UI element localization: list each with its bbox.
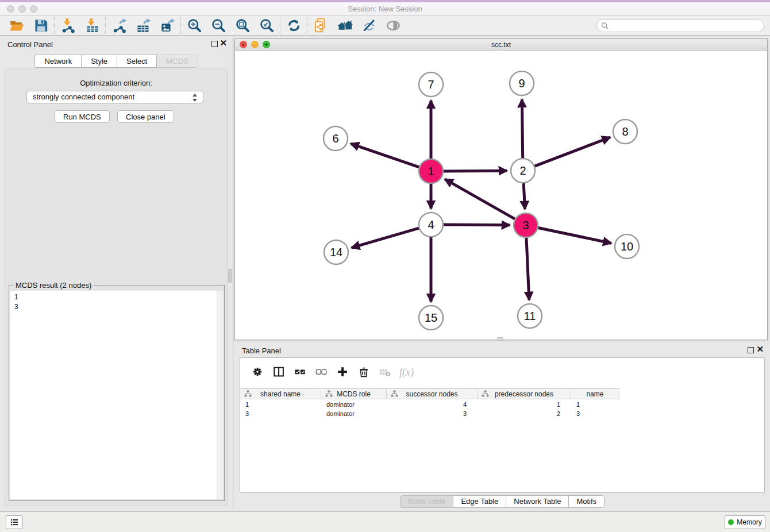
float-panel-icon[interactable] bbox=[211, 41, 218, 47]
toolbar-group bbox=[5, 16, 53, 34]
tab-edge-table[interactable]: Edge Table bbox=[453, 495, 506, 508]
open-session-icon[interactable] bbox=[5, 16, 29, 34]
graph-node-4[interactable]: 4 bbox=[419, 213, 443, 237]
search-field[interactable] bbox=[596, 19, 764, 32]
tab-node-table[interactable]: Node Table bbox=[400, 495, 454, 508]
select-all-icon[interactable] bbox=[290, 364, 311, 381]
graph-node-11[interactable]: 11 bbox=[518, 304, 542, 328]
tab-select[interactable]: Select bbox=[117, 55, 157, 68]
save-session-icon[interactable] bbox=[29, 16, 53, 34]
mcds-result-box[interactable]: 1 3 bbox=[10, 291, 223, 499]
graph-node-7[interactable]: 7 bbox=[419, 72, 443, 97]
panel-splitter-grip[interactable] bbox=[228, 269, 232, 283]
zoom-out-icon[interactable] bbox=[206, 16, 230, 34]
refresh-network-icon[interactable] bbox=[282, 16, 306, 34]
cell-predecessor-nodes[interactable]: 1 bbox=[478, 400, 571, 409]
graph-node-9[interactable]: 9 bbox=[510, 71, 534, 95]
add-row-icon[interactable] bbox=[332, 364, 353, 381]
columns-icon[interactable] bbox=[268, 364, 290, 381]
hide-selected-icon[interactable] bbox=[357, 16, 381, 34]
tab-network[interactable]: Network bbox=[34, 55, 82, 68]
column-header-name[interactable]: name bbox=[571, 389, 619, 399]
cell-shared-name[interactable]: 1 bbox=[240, 400, 321, 409]
cell-shared-name[interactable]: 3 bbox=[240, 409, 321, 418]
graph-edge-3-11[interactable] bbox=[526, 238, 529, 300]
tab-style[interactable]: Style bbox=[82, 55, 117, 68]
zoom-selected-icon[interactable] bbox=[255, 16, 279, 34]
close-panel-icon[interactable]: ✕ bbox=[220, 38, 227, 48]
graph-edge-4-3[interactable] bbox=[444, 225, 510, 225]
zoom-fit-icon[interactable] bbox=[230, 16, 255, 34]
cell-MCDS-role[interactable]: dominator bbox=[321, 400, 387, 409]
svg-text:14: 14 bbox=[330, 246, 342, 259]
settings-icon[interactable] bbox=[247, 364, 268, 381]
search-icon bbox=[601, 22, 609, 29]
cell-successor-nodes[interactable]: 4 bbox=[387, 400, 478, 409]
cell-name[interactable]: 3 bbox=[571, 409, 619, 418]
column-header-predecessor-nodes[interactable]: predecessor nodes bbox=[478, 389, 571, 399]
graph-edge-1-2[interactable] bbox=[444, 171, 507, 171]
search-input[interactable] bbox=[609, 20, 764, 31]
export-image-icon[interactable] bbox=[155, 16, 179, 34]
graph-edge-2-8[interactable] bbox=[535, 137, 610, 166]
graph-node-15[interactable]: 15 bbox=[419, 306, 443, 330]
graph-edge-2-9[interactable] bbox=[522, 99, 522, 158]
toggle-visibility-icon[interactable] bbox=[381, 16, 405, 34]
graph-node-10[interactable]: 10 bbox=[615, 234, 639, 259]
network-graph-canvas[interactable]: 1234678910111415 bbox=[235, 51, 767, 340]
cell-predecessor-nodes[interactable]: 2 bbox=[478, 409, 571, 418]
criterion-select[interactable]: strongly connected component bbox=[26, 91, 203, 103]
export-network-icon[interactable] bbox=[107, 16, 131, 34]
graph-node-1[interactable]: 1 bbox=[419, 159, 443, 183]
clone-network-icon[interactable] bbox=[309, 16, 333, 34]
control-panel-header: Control Panel ✕ bbox=[0, 36, 233, 53]
delete-row-icon[interactable] bbox=[353, 364, 375, 381]
import-table-icon[interactable] bbox=[80, 16, 104, 34]
tab-network-table[interactable]: Network Table bbox=[506, 495, 569, 508]
close-panel-button[interactable]: Close panel bbox=[117, 110, 174, 123]
tab-motifs[interactable]: Motifs bbox=[569, 495, 605, 508]
tab-mcds[interactable]: MCDS bbox=[157, 55, 198, 68]
cell-MCDS-role[interactable]: dominator bbox=[321, 409, 387, 418]
graph-edge-1-6[interactable] bbox=[351, 144, 419, 167]
graph-node-14[interactable]: 14 bbox=[324, 240, 348, 264]
fx-icon: f(x) bbox=[396, 364, 417, 381]
task-list-icon bbox=[9, 517, 20, 527]
home-view-icon[interactable] bbox=[333, 16, 357, 34]
graph-edge-4-14[interactable] bbox=[352, 228, 419, 248]
run-mcds-button[interactable]: Run MCDS bbox=[55, 110, 110, 123]
column-header-shared-name[interactable]: shared name bbox=[240, 389, 321, 399]
column-header-MCDS-role[interactable]: MCDS role bbox=[321, 389, 387, 399]
export-table-icon[interactable] bbox=[131, 16, 155, 34]
task-history-button[interactable] bbox=[6, 515, 23, 529]
graph-node-6[interactable]: 6 bbox=[324, 126, 348, 151]
view-splitter-grip[interactable] bbox=[497, 337, 503, 341]
graph-edge-2-3[interactable] bbox=[523, 183, 525, 209]
graph-node-3[interactable]: 3 bbox=[514, 213, 538, 237]
control-panel-title: Control Panel bbox=[7, 40, 53, 49]
close-table-panel-icon[interactable]: ✕ bbox=[756, 344, 764, 354]
table-row[interactable]: 3dominator323 bbox=[240, 409, 619, 418]
column-label: predecessor nodes bbox=[495, 390, 553, 398]
table-toolbar: f(x) bbox=[247, 363, 417, 382]
memory-button[interactable]: Memory bbox=[725, 515, 765, 529]
table-row[interactable]: 1dominator411 bbox=[240, 400, 619, 409]
result-scrollbar[interactable] bbox=[217, 291, 223, 499]
column-label: name bbox=[586, 390, 603, 398]
toolbar-separator bbox=[180, 17, 181, 34]
graph-edge-3-1[interactable] bbox=[445, 179, 515, 219]
graph-node-2[interactable]: 2 bbox=[511, 159, 535, 183]
deselect-all-icon[interactable] bbox=[311, 364, 332, 381]
column-header-successor-nodes[interactable]: successor nodes bbox=[387, 389, 478, 399]
import-network-icon[interactable] bbox=[56, 16, 80, 34]
cell-successor-nodes[interactable]: 3 bbox=[387, 409, 478, 418]
zoom-in-icon[interactable] bbox=[182, 16, 206, 34]
cell-name[interactable]: 1 bbox=[571, 400, 619, 409]
column-label: successor nodes bbox=[406, 390, 457, 398]
graph-edge-3-10[interactable] bbox=[538, 228, 611, 244]
graph-node-8[interactable]: 8 bbox=[613, 119, 637, 144]
svg-text:8: 8 bbox=[622, 125, 628, 138]
float-table-panel-icon[interactable] bbox=[748, 347, 754, 353]
memory-label: Memory bbox=[737, 518, 761, 526]
network-window-titlebar[interactable]: × – + scc.txt bbox=[235, 39, 767, 51]
